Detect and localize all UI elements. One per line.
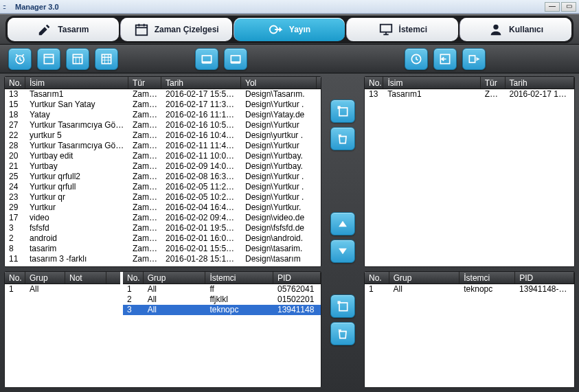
tool-settings[interactable] (462, 48, 486, 70)
table-cell: Yurtkur (25, 203, 128, 213)
table-cell: fsfsfd (25, 223, 128, 233)
bottom-right-panel: No. Grup İstemci PID 1Allteknopc13941148… (364, 271, 575, 388)
move-up-button[interactable] (330, 212, 355, 235)
tool-import[interactable] (433, 48, 457, 70)
table-row[interactable]: 13Tasarım1Zaman2016-02-17 15:59: (365, 89, 574, 100)
tab-design[interactable]: Tasarım (8, 18, 119, 41)
col-type[interactable]: Tür (128, 77, 161, 89)
col-path[interactable]: Yol (241, 77, 317, 89)
col-name[interactable]: İsim (383, 77, 480, 89)
table-row[interactable]: 2androidZaman2016-02-01 16:05:13Design\a… (5, 233, 321, 244)
table-row[interactable]: 17videoZaman2016-02-02 09:43:12Design\vi… (5, 213, 321, 223)
table-row[interactable]: 28Yurtkur Tasarımcıya Gönd...Zaman2016-0… (5, 141, 321, 151)
add-client-button[interactable] (330, 295, 355, 318)
table-row[interactable]: 22yurtkur 5Zaman2016-02-16 10:46:47Desig… (5, 130, 321, 141)
col-no[interactable]: No. (5, 77, 25, 89)
table-cell: 2 (5, 233, 25, 244)
table-cell: 2016-02-17 15:59: (505, 89, 574, 100)
tab-label: Zaman Çizelgesi (155, 25, 219, 34)
col-pid[interactable]: PID (273, 272, 321, 284)
table-cell: Zaman (128, 203, 161, 213)
col-client[interactable]: İstemci (205, 272, 273, 284)
target-body[interactable]: 1Allteknopc13941148-0548 (365, 284, 574, 387)
col-no[interactable]: No. (365, 272, 389, 284)
triangle-down-icon (336, 244, 350, 258)
table-row[interactable]: 11tasarım 3 -farklıZaman2016-01-28 15:13… (5, 254, 321, 264)
col-not[interactable]: Not (65, 272, 106, 284)
move-down-button[interactable] (330, 240, 355, 263)
col-no[interactable]: No. (5, 272, 25, 284)
group-panel: No. Grup Not 1All (5, 272, 120, 387)
col-no[interactable]: No. (365, 77, 383, 89)
table-cell: Yurtbay (25, 161, 128, 172)
group-body[interactable]: 1All (5, 284, 120, 387)
table-cell: tasarim (25, 244, 128, 254)
tool-alarm[interactable] (8, 48, 32, 70)
table-row[interactable]: 8tasarimZaman2016-02-01 15:56:29Design\t… (5, 244, 321, 254)
table-row[interactable]: 24Yurtkur qrfullZaman2016-02-05 11:24:29… (5, 182, 321, 192)
tab-label: Kullanıcı (509, 25, 543, 34)
add-schedule-button[interactable] (330, 100, 355, 123)
col-type[interactable]: Tür (481, 77, 506, 89)
table-row[interactable]: 1Allff05762041 (123, 284, 321, 295)
panel-icon (229, 52, 242, 66)
table-row[interactable]: 1Allteknopc13941148-0548 (365, 284, 574, 295)
col-client[interactable]: İstemci (459, 272, 515, 284)
table-row[interactable]: 29YurtkurZaman2016-02-04 16:48:45Design\… (5, 203, 321, 213)
table-cell: 2016-02-09 14:00:26 (161, 161, 241, 172)
col-date[interactable]: Tarih (506, 77, 574, 89)
table-cell: 3 (5, 223, 25, 233)
col-group[interactable]: Grup (389, 272, 460, 284)
maximize-button[interactable]: ▭ (561, 2, 576, 12)
col-group[interactable]: Grup (25, 272, 65, 284)
table-cell: Zaman (128, 89, 161, 100)
table-cell: Yurtkur San Yatay (25, 100, 128, 110)
table-row[interactable]: 25Yurtkur qrfull2Zaman2016-02-08 16:37:2… (5, 172, 321, 182)
group-header: No. Grup Not (5, 272, 120, 284)
svg-rect-10 (44, 54, 53, 63)
table-row[interactable]: 18YatayZaman2016-02-16 11:18:26Design\Ya… (5, 110, 321, 120)
table-row[interactable]: 23Yurtkur qrZaman2016-02-05 10:21:41Desi… (5, 192, 321, 203)
table-cell: Zaman (128, 120, 161, 130)
table-row[interactable]: 3fsfsfdZaman2016-02-01 19:50:12Design\fs… (5, 223, 321, 233)
table-cell: 2016-02-02 09:43:12 (161, 213, 241, 223)
tab-client[interactable]: İstemci (346, 18, 458, 41)
table-row[interactable]: 2Allffjklkl01502201 (123, 295, 321, 305)
selected-list-body[interactable]: 13Tasarım1Zaman2016-02-17 15:59: (365, 89, 574, 266)
table-row[interactable]: 21YurtbayZaman2016-02-09 14:00:26Design\… (5, 161, 321, 172)
tool-clock[interactable] (405, 48, 428, 70)
tab-user[interactable]: Kullanıcı (459, 18, 571, 41)
remove-schedule-button[interactable] (330, 127, 355, 150)
table-cell: 2016-02-08 16:37:23 (161, 172, 241, 182)
table-row[interactable]: 27Yurtkur Tasarımcıya Gönd...Zaman2016-0… (5, 120, 321, 130)
table-cell: 13941148 (273, 305, 321, 315)
table-cell: Design\Yurtkur (241, 120, 317, 130)
table-cell: Design\tasarim. (241, 244, 317, 254)
table-row[interactable]: 20Yurtbay editZaman2016-02-11 10:07:01De… (5, 151, 321, 161)
tool-view3[interactable] (95, 48, 118, 70)
col-date[interactable]: Tarih (161, 77, 241, 89)
table-row[interactable]: 3Allteknopc13941148 (123, 305, 321, 315)
design-list-body[interactable]: 13Tasarım1Zaman2016-02-17 15:59:00Design… (5, 89, 321, 266)
tool-view2[interactable] (66, 48, 89, 70)
col-pid[interactable]: PID (515, 272, 574, 284)
tool-view1[interactable] (37, 48, 60, 70)
table-cell: Tasarım1 (25, 89, 128, 100)
tool-panel-right[interactable] (224, 48, 247, 70)
minimize-button[interactable]: — (545, 2, 560, 12)
col-no[interactable]: No. (123, 272, 144, 284)
table-row[interactable]: 15Yurtkur San YatayZaman2016-02-17 11:34… (5, 100, 321, 110)
remove-client-button[interactable] (330, 322, 355, 345)
client-body[interactable]: 1Allff057620412Allffjklkl015022013Alltek… (123, 284, 321, 387)
table-row[interactable]: 13Tasarım1Zaman2016-02-17 15:59:00Design… (5, 89, 321, 100)
tab-publish[interactable]: Yayın (234, 18, 345, 41)
table-cell: Design\fsfsfd.de (241, 223, 317, 233)
table-cell: yurtkur 5 (25, 130, 128, 141)
col-group[interactable]: Grup (144, 272, 206, 284)
tab-timeline[interactable]: Zaman Çizelgesi (120, 18, 232, 41)
col-name[interactable]: İsim (25, 77, 128, 89)
table-row[interactable]: 1All (5, 284, 120, 295)
user-icon (488, 22, 503, 37)
x-trash-icon (336, 132, 350, 146)
tool-panel-left[interactable] (195, 48, 218, 70)
